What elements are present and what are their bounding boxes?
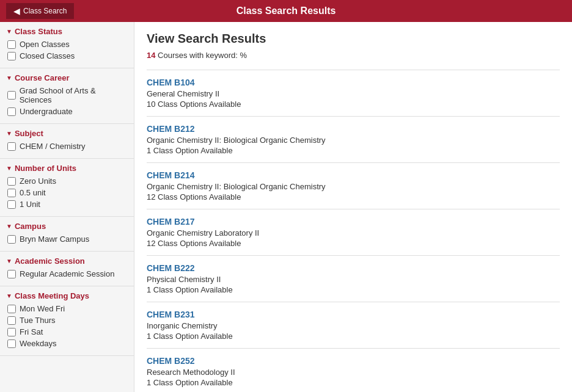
course-name: Physical Chemistry II — [147, 275, 560, 284]
course-item: CHEM B104General Chemistry II10 Class Op… — [147, 70, 560, 116]
checkbox-undergraduate[interactable] — [7, 107, 16, 116]
back-button[interactable]: ◀ Class Search — [6, 3, 74, 19]
sidebar-section-class-meeting-days: ▼ Class Meeting Days Mon Wed Fri Tue Thu… — [0, 286, 134, 356]
course-item: CHEM B214Organic Chemistry II: Biologica… — [147, 162, 560, 209]
checkbox-fri-sat[interactable] — [7, 328, 16, 336]
checkbox-chem[interactable] — [7, 142, 16, 151]
filter-bryn-mawr: Bryn Mawr Campus — [6, 234, 128, 244]
checkbox-bryn-mawr[interactable] — [7, 235, 16, 244]
results-count: 14 Courses with keyword: % — [147, 51, 560, 60]
course-options: 1 Class Option Available — [147, 378, 560, 387]
section-label-class-status: Class Status — [15, 27, 62, 36]
filter-regular-session: Regular Academic Session — [6, 269, 128, 278]
sidebar-section-course-career: ▼ Course Career Grad School of Arts & Sc… — [0, 68, 134, 124]
label-tue-thurs[interactable]: Tue Thurs — [20, 316, 56, 325]
course-code[interactable]: CHEM B252 — [147, 356, 195, 366]
label-weekdays[interactable]: Weekdays — [20, 339, 56, 348]
section-title-academic-session[interactable]: ▼ Academic Session — [6, 256, 128, 266]
label-undergraduate[interactable]: Undergraduate — [20, 107, 73, 116]
triangle-icon: ▼ — [6, 165, 12, 172]
checkbox-open-classes[interactable] — [7, 40, 16, 49]
sidebar-section-subject: ▼ Subject CHEM / Chemistry — [0, 124, 134, 159]
triangle-icon: ▼ — [6, 292, 12, 299]
checkbox-weekdays[interactable] — [7, 339, 16, 348]
checkbox-closed-classes[interactable] — [7, 52, 16, 60]
label-bryn-mawr[interactable]: Bryn Mawr Campus — [20, 234, 89, 244]
section-title-course-career[interactable]: ▼ Course Career — [6, 73, 128, 82]
back-button-label: Class Search — [23, 7, 67, 15]
course-code[interactable]: CHEM B104 — [147, 78, 195, 87]
course-name: Inorganic Chemistry — [147, 321, 560, 330]
label-half-unit[interactable]: 0.5 unit — [20, 188, 46, 197]
section-title-class-status[interactable]: ▼ Class Status — [6, 27, 128, 36]
course-code[interactable]: CHEM B217 — [147, 217, 195, 227]
checkbox-tue-thurs[interactable] — [7, 316, 16, 325]
filter-grad-school: Grad School of Arts & Sciences — [6, 86, 128, 104]
filter-closed-classes: Closed Classes — [6, 51, 128, 60]
section-title-number-of-units[interactable]: ▼ Number of Units — [6, 164, 128, 173]
checkbox-regular-session[interactable] — [7, 270, 16, 278]
page-title: Class Search Results — [237, 5, 336, 16]
section-title-class-meeting-days[interactable]: ▼ Class Meeting Days — [6, 291, 128, 300]
course-options: 10 Class Options Available — [147, 100, 560, 109]
section-title-campus[interactable]: ▼ Campus — [6, 222, 128, 231]
filter-fri-sat: Fri Sat — [6, 327, 128, 336]
course-name: Organic Chemistry II: Biological Organic… — [147, 182, 560, 191]
collapse-handle[interactable]: || — [134, 195, 134, 219]
label-grad-school[interactable]: Grad School of Arts & Sciences — [20, 86, 128, 104]
filter-mon-wed-fri: Mon Wed Fri — [6, 304, 128, 313]
section-title-subject[interactable]: ▼ Subject — [6, 129, 128, 138]
course-item: CHEM B252Research Methodology II1 Class … — [147, 348, 560, 392]
results-text: Courses with keyword: — [158, 51, 240, 60]
course-item: CHEM B222Physical Chemistry II1 Class Op… — [147, 255, 560, 302]
checkbox-zero-units[interactable] — [7, 177, 16, 186]
course-name: Organic Chemistry Laboratory II — [147, 228, 560, 238]
label-zero-units[interactable]: Zero Units — [20, 176, 56, 186]
label-regular-session[interactable]: Regular Academic Session — [20, 269, 114, 278]
section-label-class-meeting-days: Class Meeting Days — [15, 291, 89, 300]
course-options: 1 Class Option Available — [147, 146, 560, 155]
checkbox-grad-school[interactable] — [7, 91, 16, 100]
filter-undergraduate: Undergraduate — [6, 107, 128, 116]
sidebar-section-academic-session: ▼ Academic Session Regular Academic Sess… — [0, 252, 134, 286]
app-container: ◀ Class Search Class Search Results ▼ Cl… — [0, 0, 572, 392]
section-label-course-career: Course Career — [15, 73, 70, 82]
sidebar-section-number-of-units: ▼ Number of Units Zero Units 0.5 unit 1 … — [0, 159, 134, 217]
section-label-academic-session: Academic Session — [15, 256, 85, 266]
back-arrow-icon: ◀ — [13, 6, 20, 16]
course-code[interactable]: CHEM B212 — [147, 124, 195, 134]
filter-half-unit: 0.5 unit — [6, 188, 128, 197]
filter-zero-units: Zero Units — [6, 176, 128, 186]
content-area: View Search Results 14 Courses with keyw… — [134, 22, 572, 392]
view-title: View Search Results — [147, 32, 560, 46]
label-mon-wed-fri[interactable]: Mon Wed Fri — [20, 304, 65, 313]
course-code[interactable]: CHEM B222 — [147, 263, 195, 273]
section-label-number-of-units: Number of Units — [15, 164, 76, 173]
checkbox-mon-wed-fri[interactable] — [7, 305, 16, 313]
main-layout: ▼ Class Status Open Classes Closed Class… — [0, 22, 572, 392]
checkbox-half-unit[interactable] — [7, 189, 16, 197]
label-open-classes[interactable]: Open Classes — [20, 40, 70, 49]
label-fri-sat[interactable]: Fri Sat — [20, 327, 43, 336]
course-code[interactable]: CHEM B214 — [147, 170, 195, 180]
course-options: 12 Class Options Available — [147, 192, 560, 201]
filter-weekdays: Weekdays — [6, 339, 128, 348]
course-code[interactable]: CHEM B231 — [147, 310, 195, 319]
sidebar: ▼ Class Status Open Classes Closed Class… — [0, 22, 134, 392]
section-label-campus: Campus — [15, 222, 46, 231]
label-one-unit[interactable]: 1 Unit — [20, 200, 40, 209]
course-item: CHEM B217Organic Chemistry Laboratory II… — [147, 209, 560, 255]
sidebar-section-class-status: ▼ Class Status Open Classes Closed Class… — [0, 22, 134, 68]
course-name: Research Methodology II — [147, 368, 560, 377]
label-closed-classes[interactable]: Closed Classes — [20, 51, 75, 60]
sidebar-section-campus: ▼ Campus Bryn Mawr Campus — [0, 217, 134, 252]
checkbox-one-unit[interactable] — [7, 200, 16, 209]
triangle-icon: ▼ — [6, 258, 12, 264]
course-options: 1 Class Option Available — [147, 332, 560, 341]
course-name: General Chemistry II — [147, 89, 560, 98]
label-chem[interactable]: CHEM / Chemistry — [20, 142, 86, 151]
course-name: Organic Chemistry II: Biological Organic… — [147, 136, 560, 145]
triangle-icon: ▼ — [6, 28, 12, 35]
filter-tue-thurs: Tue Thurs — [6, 316, 128, 325]
course-item: CHEM B231Inorganic Chemistry1 Class Opti… — [147, 302, 560, 348]
